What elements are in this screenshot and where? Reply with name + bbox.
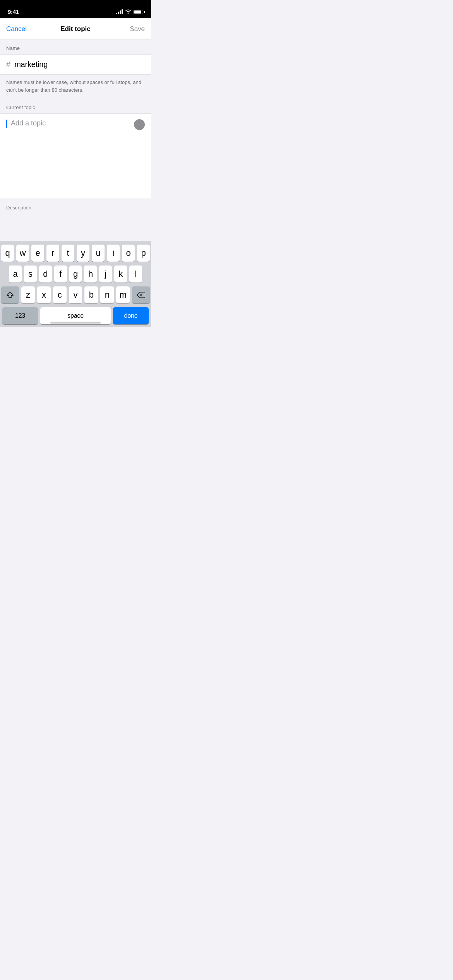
- key-p[interactable]: p: [137, 245, 150, 262]
- name-field-row: # marketing: [0, 54, 151, 75]
- cancel-button[interactable]: Cancel: [6, 25, 33, 33]
- signal-icon: [116, 9, 123, 14]
- delete-key[interactable]: [132, 286, 150, 303]
- key-m[interactable]: m: [116, 286, 130, 303]
- key-k[interactable]: k: [114, 266, 127, 283]
- key-u[interactable]: u: [92, 245, 105, 262]
- status-time: 9:41: [8, 9, 19, 15]
- key-r[interactable]: r: [46, 245, 59, 262]
- key-i[interactable]: i: [107, 245, 120, 262]
- status-icons: [116, 9, 143, 15]
- save-button[interactable]: Save: [118, 25, 145, 33]
- topic-input-area[interactable]: Add a topic: [0, 114, 151, 199]
- status-bar: 9:41: [0, 0, 151, 18]
- description-section-label: Description: [0, 199, 151, 214]
- key-s[interactable]: s: [24, 266, 37, 283]
- home-indicator: [50, 322, 101, 324]
- name-hint: Names must be lower case, without spaces…: [0, 75, 151, 101]
- keyboard-row-3: z x c v b n m: [1, 286, 150, 303]
- keyboard-row-2: a s d f g h j k l: [1, 266, 150, 283]
- nav-bar: Cancel Edit topic Save: [0, 18, 151, 40]
- key-y[interactable]: y: [77, 245, 89, 262]
- shift-key[interactable]: [1, 286, 19, 303]
- key-w[interactable]: w: [16, 245, 29, 262]
- wifi-icon: [125, 9, 131, 15]
- key-t[interactable]: t: [62, 245, 74, 262]
- key-c[interactable]: c: [53, 286, 67, 303]
- key-o[interactable]: o: [122, 245, 135, 262]
- battery-icon: [134, 10, 143, 14]
- key-b[interactable]: b: [84, 286, 98, 303]
- hash-icon: #: [6, 60, 10, 69]
- done-key[interactable]: done: [113, 307, 149, 324]
- text-cursor: [6, 120, 7, 128]
- keyboard: q w e r t y u i o p a s d f g h j k l z …: [0, 241, 151, 327]
- name-section-label: Name: [0, 40, 151, 54]
- drag-handle[interactable]: [134, 119, 145, 130]
- key-a[interactable]: a: [9, 266, 22, 283]
- key-l[interactable]: l: [129, 266, 142, 283]
- key-x[interactable]: x: [37, 286, 51, 303]
- key-g[interactable]: g: [69, 266, 82, 283]
- key-h[interactable]: h: [84, 266, 97, 283]
- name-value: marketing: [14, 60, 48, 69]
- numbers-key[interactable]: 123: [2, 307, 38, 324]
- key-j[interactable]: j: [99, 266, 112, 283]
- key-q[interactable]: q: [1, 245, 14, 262]
- key-e[interactable]: e: [31, 245, 44, 262]
- key-d[interactable]: d: [39, 266, 52, 283]
- keyboard-row-1: q w e r t y u i o p: [1, 245, 150, 262]
- topic-placeholder: Add a topic: [11, 119, 130, 127]
- current-topic-label: Current topic: [0, 101, 151, 114]
- key-f[interactable]: f: [54, 266, 67, 283]
- key-n[interactable]: n: [100, 286, 114, 303]
- key-v[interactable]: v: [69, 286, 82, 303]
- page-title: Edit topic: [33, 25, 118, 33]
- key-z[interactable]: z: [21, 286, 35, 303]
